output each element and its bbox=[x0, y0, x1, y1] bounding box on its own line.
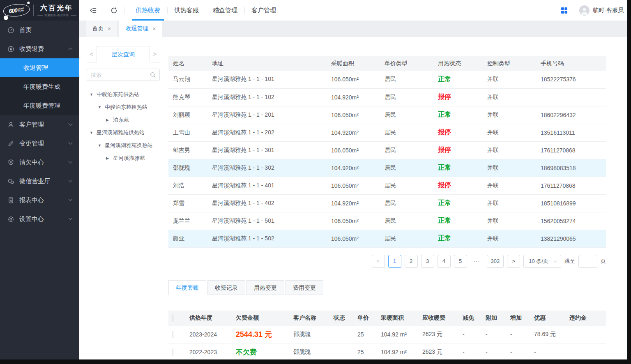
tree-caret-icon[interactable]: ▶ bbox=[106, 118, 113, 122]
close-icon[interactable]: × bbox=[152, 25, 156, 32]
sidebar-item-fees[interactable]: 收费退费 bbox=[0, 39, 79, 58]
sidebar-subitem[interactable]: 年度暖费生成 bbox=[0, 77, 79, 96]
cell-address: 星河溪湖雅苑 1 - 1 - 402 bbox=[207, 194, 327, 212]
top-nav-item[interactable]: 客户管理 bbox=[244, 0, 283, 21]
tree-node[interactable]: ▶ 泊东苑 bbox=[87, 113, 160, 126]
cell-price-type: 居民 bbox=[380, 88, 433, 106]
cell-increase: - bbox=[506, 343, 530, 360]
annual-account-row[interactable]: 2022-2023 不欠费 邵胧瑰 25 104.92 m² 2623 元 - … bbox=[168, 343, 606, 360]
page-size-select[interactable]: 10 条/页 bbox=[523, 255, 561, 268]
page-prev-button[interactable]: < bbox=[372, 255, 385, 268]
page-number-button[interactable]: 3 bbox=[421, 255, 434, 268]
tree-node[interactable]: ▼ 中骏泊东苑换热站 bbox=[87, 101, 160, 113]
column-header: 用热状态 bbox=[433, 56, 483, 71]
refresh-icon[interactable] bbox=[108, 4, 120, 16]
customer-row[interactable]: 邹吉男 星河溪湖雅苑 1 - 1 - 301 106.050m² 居民 报停 并… bbox=[168, 141, 606, 159]
row-checkbox[interactable] bbox=[173, 331, 173, 338]
brand-badge-number: 600 bbox=[8, 7, 17, 14]
customer-row[interactable]: 颜亚 星河溪湖雅苑 1 - 1 - 502 106.050m² 居民 正常 并联… bbox=[168, 230, 606, 247]
tree-node-label: 泊东苑 bbox=[113, 116, 129, 124]
page-number-button[interactable]: 302 bbox=[487, 255, 504, 268]
cell-name: 马云翔 bbox=[168, 71, 207, 88]
customer-row[interactable]: 马云翔 星河溪湖雅苑 1 - 1 - 101 106.050m² 居民 正常 并… bbox=[168, 71, 606, 88]
customer-row[interactable]: 刘浩 星河溪湖雅苑 1 - 1 - 401 106.050m² 居民 报停 并联… bbox=[168, 177, 606, 194]
top-nav-item[interactable]: 供热客服 bbox=[167, 0, 206, 21]
tab-scroll-right-icon[interactable]: > bbox=[150, 51, 160, 58]
sidebar-item-label: 报表中心 bbox=[19, 196, 64, 204]
user-menu[interactable]: 临时-客服员 bbox=[579, 5, 624, 16]
cell-price-type: 居民 bbox=[380, 159, 433, 177]
top-nav-item[interactable]: 供热收费 bbox=[129, 0, 167, 21]
tree-caret-icon[interactable]: ▼ bbox=[90, 131, 97, 135]
sidebar-item-debt[interactable]: 清欠中心 bbox=[0, 153, 79, 172]
tree-caret-icon[interactable]: ▼ bbox=[98, 105, 105, 109]
page-number-button[interactable]: 2 bbox=[405, 255, 418, 268]
customer-row[interactable]: 王雪山 星河溪湖雅苑 1 - 1 - 202 104.920m² 居民 报停 并… bbox=[168, 124, 606, 141]
detail-tab[interactable]: 用热变更 bbox=[246, 280, 284, 295]
customer-row[interactable]: 庞兰兰 星河溪湖雅苑 1 - 1 - 501 106.050m² 居民 正常 并… bbox=[168, 212, 606, 230]
header-divider bbox=[124, 7, 124, 14]
customer-row[interactable]: 郑雪 星河溪湖雅苑 1 - 1 - 402 104.920m² 居民 正常 并联… bbox=[168, 194, 606, 212]
sidebar-subitem[interactable]: 年度暖费管理 bbox=[0, 96, 79, 115]
select-all-checkbox[interactable] bbox=[173, 314, 173, 322]
tree-node[interactable]: ▶ 星河溪湖雅苑 bbox=[87, 152, 160, 164]
chevron-up-icon bbox=[69, 47, 73, 51]
jump-suffix: 页 bbox=[601, 258, 606, 265]
tree-node[interactable]: ▼ 星河溪湖雅苑供热站 bbox=[87, 126, 160, 139]
detail-tab[interactable]: 收费记录 bbox=[207, 280, 245, 295]
search-icon[interactable] bbox=[150, 72, 156, 78]
cell-phone: 18698083518 bbox=[536, 159, 606, 177]
tree-node[interactable]: ▼ 星河溪湖雅苑换热站 bbox=[87, 139, 160, 152]
tree-search-input[interactable] bbox=[91, 72, 150, 78]
gauge-icon bbox=[7, 27, 14, 34]
cell-area: 106.050m² bbox=[327, 212, 380, 230]
tree-node[interactable]: ▼ 中骏泊东苑供热站 bbox=[87, 88, 160, 101]
page-number-button[interactable]: 1 bbox=[388, 255, 401, 268]
cell-price-type: 居民 bbox=[380, 71, 433, 88]
chevron-down-icon bbox=[69, 178, 73, 182]
logo-divider bbox=[33, 5, 34, 16]
detail-tab[interactable]: 年度套账 bbox=[168, 280, 206, 295]
sidebar-item-customers[interactable]: 客户管理 bbox=[0, 115, 79, 134]
column-header: 采暖面积 bbox=[377, 311, 418, 326]
sidebar-subitem[interactable]: 收退管理 bbox=[0, 58, 79, 77]
jump-label: 跳至 bbox=[564, 258, 575, 265]
column-header: 违约金 bbox=[565, 311, 606, 326]
top-nav-item[interactable]: 稽查管理 bbox=[206, 0, 244, 21]
sidebar-item-settings[interactable]: 设置中心 bbox=[0, 210, 79, 228]
close-icon[interactable]: × bbox=[108, 25, 111, 32]
annual-account-table: 供热年度 欠费金额 客户名称 状态 单价 采暖面积 应收暖费 减免 附加 增加 … bbox=[168, 311, 606, 360]
customer-row[interactable]: 熊克琴 星河溪湖雅苑 1 - 1 - 102 104.920m² 居民 报停 并… bbox=[168, 88, 606, 106]
page-number-button[interactable]: 5 bbox=[454, 255, 467, 268]
sidebar-item-wechat[interactable]: 微信营业厅 bbox=[0, 172, 79, 191]
tab-hierarchy-query[interactable]: 层次查询 bbox=[97, 46, 150, 62]
annual-account-row[interactable]: 2023-2024 2544.31 元 邵胧瑰 25 104.92 m² 262… bbox=[168, 326, 606, 343]
window-tab[interactable]: 收退管理 × bbox=[119, 21, 162, 37]
cell-status bbox=[329, 326, 353, 343]
sidebar-item-label: 变更管理 bbox=[19, 140, 64, 147]
tree-caret-icon[interactable]: ▼ bbox=[90, 92, 97, 97]
page-next-button[interactable]: > bbox=[507, 255, 520, 268]
tree-caret-icon[interactable]: ▶ bbox=[106, 156, 113, 160]
cell-penalty bbox=[565, 343, 606, 360]
hierarchy-panel: < 层次查询 > ▼ bbox=[87, 46, 160, 164]
apps-grid-icon[interactable] bbox=[558, 4, 570, 16]
detail-tab[interactable]: 费用变更 bbox=[286, 280, 323, 295]
tab-scroll-left-icon[interactable]: < bbox=[87, 51, 97, 58]
wechat-icon bbox=[7, 178, 14, 185]
customer-row[interactable]: 刘丽颖 星河溪湖雅苑 1 - 1 - 201 106.050m² 居民 正常 并… bbox=[168, 106, 606, 124]
jump-page-input[interactable] bbox=[578, 255, 597, 268]
tree-node-label: 星河溪湖雅苑供热站 bbox=[97, 129, 145, 136]
sidebar-item-reports[interactable]: 报表中心 bbox=[0, 191, 79, 210]
sidebar-item-changes[interactable]: 变更管理 bbox=[0, 134, 79, 153]
tree-caret-icon[interactable]: ▼ bbox=[98, 143, 105, 147]
cell-phone: 13516113011 bbox=[536, 124, 606, 141]
cell-price-type: 居民 bbox=[380, 141, 433, 159]
window-tab[interactable]: 首页 × bbox=[86, 21, 117, 37]
page-number-button[interactable]: ··· bbox=[470, 255, 484, 268]
page-number-button[interactable]: 4 bbox=[438, 255, 451, 268]
row-checkbox[interactable] bbox=[173, 348, 173, 356]
sidebar-collapse-icon[interactable] bbox=[87, 4, 99, 16]
sidebar-item-home[interactable]: 首页 bbox=[0, 21, 79, 39]
customer-row[interactable]: 邵胧瑰 星河溪湖雅苑 1 - 1 - 302 104.920m² 居民 正常 并… bbox=[168, 159, 606, 177]
